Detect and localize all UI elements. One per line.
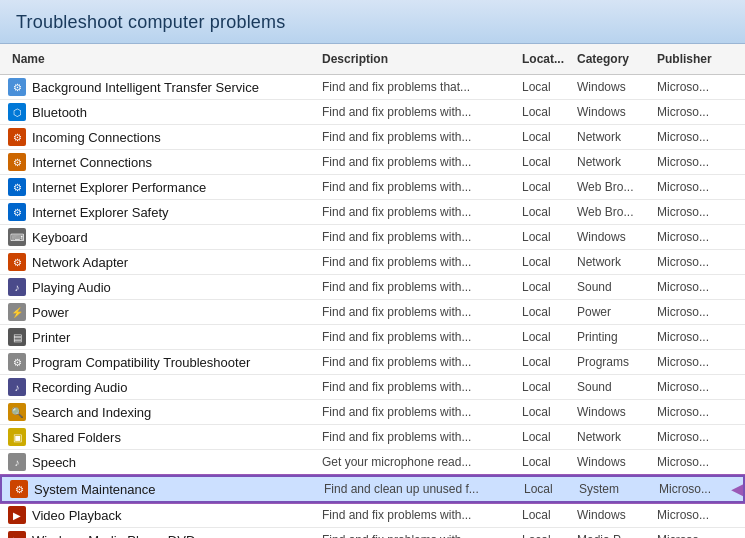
row-loc-windows-media-player: Local	[518, 533, 573, 538]
row-cat-network-adapter: Network	[573, 255, 653, 269]
row-desc-speech: Get your microphone read...	[318, 455, 518, 469]
row-cat-speech: Windows	[573, 455, 653, 469]
table-row[interactable]: ▶ Video Playback Find and fix problems w…	[0, 503, 745, 528]
row-cat-playing-audio: Sound	[573, 280, 653, 294]
row-name-power: ⚡ Power	[8, 303, 318, 321]
row-cat-background-intelligent: Windows	[573, 80, 653, 94]
row-name-system-maintenance: ⚙ System Maintenance	[10, 480, 320, 498]
row-name-program-compatibility: ⚙ Program Compatibility Troubleshooter	[8, 353, 318, 371]
row-pub-incoming-connections: Microso...	[653, 130, 743, 144]
row-pub-background-intelligent: Microso...	[653, 80, 743, 94]
col-name: Name	[8, 50, 318, 68]
row-pub-speech: Microso...	[653, 455, 743, 469]
row-name-background-intelligent: ⚙ Background Intelligent Transfer Servic…	[8, 78, 318, 96]
col-publisher: Publisher	[653, 50, 743, 68]
row-name-playing-audio: ♪ Playing Audio	[8, 278, 318, 296]
row-name-ie-safety: ⚙ Internet Explorer Safety	[8, 203, 318, 221]
row-loc-network-adapter: Local	[518, 255, 573, 269]
table-row[interactable]: ♪ Playing Audio Find and fix problems wi…	[0, 275, 745, 300]
table-row[interactable]: ▶ Windows Media Player DVD Find and fix …	[0, 528, 745, 538]
row-desc-internet-connections: Find and fix problems with...	[318, 155, 518, 169]
table-row[interactable]: ▤ Printer Find and fix problems with... …	[0, 325, 745, 350]
table-row[interactable]: ⌨ Keyboard Find and fix problems with...…	[0, 225, 745, 250]
table-row[interactable]: ⚙ Incoming Connections Find and fix prob…	[0, 125, 745, 150]
row-name-shared-folders: ▣ Shared Folders	[8, 428, 318, 446]
selected-arrow-icon: ◄	[727, 478, 745, 501]
row-cat-program-compatibility: Programs	[573, 355, 653, 369]
row-pub-ie-safety: Microso...	[653, 205, 743, 219]
row-loc-bluetooth: Local	[518, 105, 573, 119]
row-desc-system-maintenance: Find and clean up unused f...	[320, 482, 520, 496]
row-desc-network-adapter: Find and fix problems with...	[318, 255, 518, 269]
row-desc-playing-audio: Find and fix problems with...	[318, 280, 518, 294]
row-name-video-playback: ▶ Video Playback	[8, 506, 318, 524]
row-name-incoming-connections: ⚙ Incoming Connections	[8, 128, 318, 146]
row-desc-ie-performance: Find and fix problems with...	[318, 180, 518, 194]
row-name-windows-media-player: ▶ Windows Media Player DVD	[8, 531, 318, 538]
row-desc-printer: Find and fix problems with...	[318, 330, 518, 344]
row-cat-search-indexing: Windows	[573, 405, 653, 419]
row-loc-recording-audio: Local	[518, 380, 573, 394]
row-cat-video-playback: Windows	[573, 508, 653, 522]
row-pub-power: Microso...	[653, 305, 743, 319]
row-name-ie-performance: ⚙ Internet Explorer Performance	[8, 178, 318, 196]
row-cat-bluetooth: Windows	[573, 105, 653, 119]
table-row[interactable]: 🔍 Search and Indexing Find and fix probl…	[0, 400, 745, 425]
table-body: ⚙ Background Intelligent Transfer Servic…	[0, 75, 745, 538]
row-pub-ie-performance: Microso...	[653, 180, 743, 194]
row-name-keyboard: ⌨ Keyboard	[8, 228, 318, 246]
row-loc-program-compatibility: Local	[518, 355, 573, 369]
table-row[interactable]: ⚡ Power Find and fix problems with... Lo…	[0, 300, 745, 325]
table-row[interactable]: ⚙ Internet Connections Find and fix prob…	[0, 150, 745, 175]
row-loc-keyboard: Local	[518, 230, 573, 244]
table-header: Name Description Locat... Category Publi…	[0, 44, 745, 75]
table-row[interactable]: ⚙ Program Compatibility Troubleshooter F…	[0, 350, 745, 375]
row-cat-windows-media-player: Media P...	[573, 533, 653, 538]
row-desc-video-playback: Find and fix problems with...	[318, 508, 518, 522]
row-loc-ie-safety: Local	[518, 205, 573, 219]
row-pub-windows-media-player: Microso...	[653, 533, 743, 538]
row-cat-system-maintenance: System	[575, 482, 655, 496]
row-name-search-indexing: 🔍 Search and Indexing	[8, 403, 318, 421]
row-pub-video-playback: Microso...	[653, 508, 743, 522]
row-loc-ie-performance: Local	[518, 180, 573, 194]
page-title: Troubleshoot computer problems	[16, 12, 729, 33]
title-bar: Troubleshoot computer problems	[0, 0, 745, 44]
row-loc-shared-folders: Local	[518, 430, 573, 444]
row-pub-recording-audio: Microso...	[653, 380, 743, 394]
table-row[interactable]: ⚙ Network Adapter Find and fix problems …	[0, 250, 745, 275]
row-desc-background-intelligent: Find and fix problems that...	[318, 80, 518, 94]
row-cat-power: Power	[573, 305, 653, 319]
row-loc-search-indexing: Local	[518, 405, 573, 419]
row-cat-internet-connections: Network	[573, 155, 653, 169]
row-cat-printer: Printing	[573, 330, 653, 344]
row-cat-recording-audio: Sound	[573, 380, 653, 394]
row-pub-keyboard: Microso...	[653, 230, 743, 244]
row-desc-power: Find and fix problems with...	[318, 305, 518, 319]
table-row[interactable]: ♪ Speech Get your microphone read... Loc…	[0, 450, 745, 475]
row-pub-internet-connections: Microso...	[653, 155, 743, 169]
row-pub-search-indexing: Microso...	[653, 405, 743, 419]
row-pub-program-compatibility: Microso...	[653, 355, 743, 369]
table-row[interactable]: ♪ Recording Audio Find and fix problems …	[0, 375, 745, 400]
row-pub-printer: Microso...	[653, 330, 743, 344]
row-cat-keyboard: Windows	[573, 230, 653, 244]
row-desc-recording-audio: Find and fix problems with...	[318, 380, 518, 394]
row-loc-power: Local	[518, 305, 573, 319]
row-cat-ie-performance: Web Bro...	[573, 180, 653, 194]
row-loc-system-maintenance: Local	[520, 482, 575, 496]
table-row[interactable]: ⬡ Bluetooth Find and fix problems with..…	[0, 100, 745, 125]
row-desc-shared-folders: Find and fix problems with...	[318, 430, 518, 444]
table-row[interactable]: ⚙ Background Intelligent Transfer Servic…	[0, 75, 745, 100]
row-desc-ie-safety: Find and fix problems with...	[318, 205, 518, 219]
row-loc-incoming-connections: Local	[518, 130, 573, 144]
row-name-printer: ▤ Printer	[8, 328, 318, 346]
row-loc-printer: Local	[518, 330, 573, 344]
table-row[interactable]: ⚙ System Maintenance Find and clean up u…	[0, 475, 745, 503]
row-desc-windows-media-player: Find and fix problems with...	[318, 533, 518, 538]
col-location: Locat...	[518, 50, 573, 68]
table-row[interactable]: ▣ Shared Folders Find and fix problems w…	[0, 425, 745, 450]
col-category: Category	[573, 50, 653, 68]
table-row[interactable]: ⚙ Internet Explorer Performance Find and…	[0, 175, 745, 200]
table-row[interactable]: ⚙ Internet Explorer Safety Find and fix …	[0, 200, 745, 225]
